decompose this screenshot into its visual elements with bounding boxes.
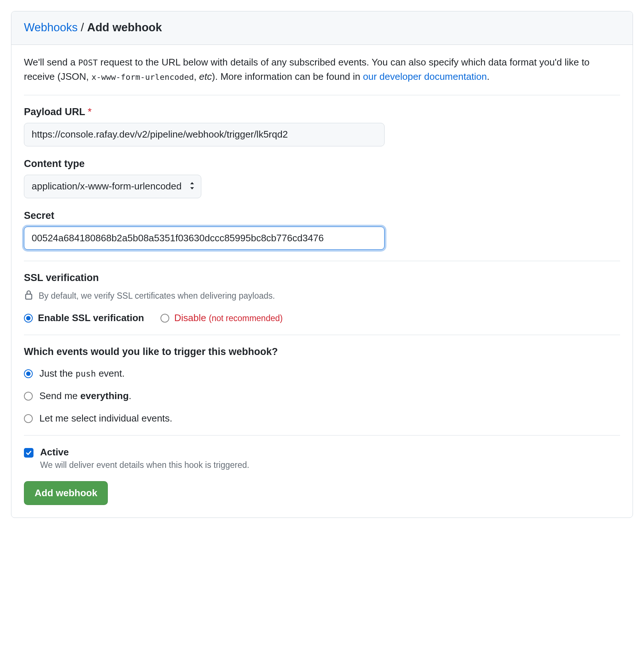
- payload-url-input[interactable]: [24, 123, 385, 146]
- form-urlencoded-code: x-www-form-urlencoded: [92, 72, 194, 82]
- content-type-select[interactable]: application/x-www-form-urlencoded: [24, 175, 201, 198]
- breadcrumb-current: Add webhook: [87, 21, 162, 34]
- event-option-individual-label: Let me select individual events.: [39, 413, 172, 424]
- content-type-label: Content type: [24, 158, 620, 170]
- lock-icon: [24, 289, 33, 302]
- intro-text: We'll send a POST request to the URL bel…: [24, 55, 620, 84]
- ssl-disable-note: (not recommended): [209, 313, 283, 323]
- active-desc: We will deliver event details when this …: [40, 460, 249, 470]
- check-icon: [25, 449, 32, 456]
- ssl-enable-radio[interactable]: Enable SSL verification: [24, 312, 144, 324]
- ssl-disable-label: Disable: [174, 312, 206, 323]
- breadcrumb-sep: /: [81, 21, 87, 34]
- secret-label: Secret: [24, 210, 620, 221]
- event-option-everything-label: Send me everything.: [39, 390, 131, 402]
- add-webhook-button[interactable]: Add webhook: [24, 481, 108, 505]
- event-option-push[interactable]: Just the push event.: [24, 368, 620, 379]
- radio-checked-icon: [24, 314, 33, 323]
- radio-unchecked-icon: [24, 414, 33, 423]
- payload-url-label: Payload URL *: [24, 106, 620, 118]
- active-label: Active: [40, 447, 249, 458]
- radio-unchecked-icon: [24, 392, 33, 401]
- ssl-enable-label: Enable SSL verification: [38, 312, 144, 324]
- breadcrumb: Webhooks / Add webhook: [11, 11, 633, 45]
- event-option-individual[interactable]: Let me select individual events.: [24, 413, 620, 424]
- webhook-form-card: Webhooks / Add webhook We'll send a POST…: [11, 11, 633, 518]
- svg-rect-0: [26, 294, 32, 299]
- post-method-code: POST: [78, 58, 98, 67]
- event-option-everything[interactable]: Send me everything.: [24, 390, 620, 402]
- ssl-heading: SSL verification: [24, 272, 620, 284]
- active-checkbox[interactable]: [24, 448, 33, 458]
- required-mark: *: [88, 106, 92, 117]
- radio-unchecked-icon: [160, 314, 169, 323]
- events-heading: Which events would you like to trigger t…: [24, 346, 620, 358]
- ssl-note: By default, we verify SSL certificates w…: [39, 291, 275, 301]
- event-option-push-label: Just the push event.: [39, 368, 125, 379]
- secret-input[interactable]: [24, 227, 385, 250]
- developer-docs-link[interactable]: our developer documentation: [363, 71, 487, 82]
- breadcrumb-parent-link[interactable]: Webhooks: [24, 21, 78, 34]
- ssl-disable-radio[interactable]: Disable (not recommended): [160, 312, 283, 324]
- radio-checked-icon: [24, 369, 33, 378]
